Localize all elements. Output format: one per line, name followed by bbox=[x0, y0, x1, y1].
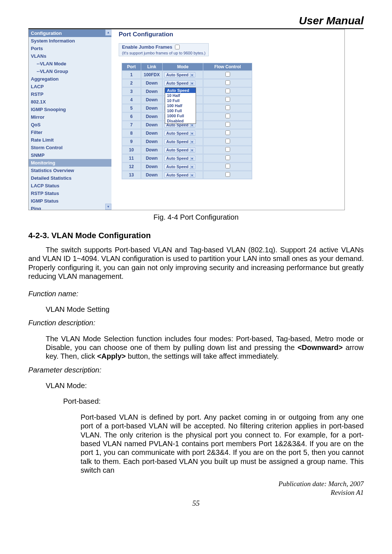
sidebar-item-vlan-group[interactable]: --VLAN Group bbox=[29, 68, 111, 75]
sidebar-item-lacp-status[interactable]: LACP Status bbox=[29, 182, 111, 190]
dropdown-option[interactable]: 10 Full bbox=[165, 98, 196, 103]
function-description-para: The VLAN Mode Selection function include… bbox=[46, 334, 364, 361]
sidebar-item-aggregation[interactable]: Aggregation bbox=[29, 75, 111, 83]
mode-dropdown[interactable]: Auto Speed▾ bbox=[164, 164, 195, 169]
figure-caption: Fig. 4-4 Port Configuration bbox=[28, 213, 364, 221]
cell-flow-control bbox=[203, 71, 252, 79]
flow-control-checkbox[interactable] bbox=[225, 105, 230, 110]
flow-control-checkbox[interactable] bbox=[225, 139, 230, 143]
mode-dropdown[interactable]: Auto Speed▾ bbox=[164, 147, 195, 152]
sidebar-item-qos[interactable]: QoS bbox=[29, 121, 111, 129]
dropdown-option[interactable]: Disabled bbox=[165, 118, 196, 123]
sidebar-item-mirror[interactable]: Mirror bbox=[29, 113, 111, 121]
sidebar-config-header[interactable]: Configuration bbox=[29, 29, 111, 37]
flow-control-checkbox[interactable] bbox=[225, 97, 230, 102]
cell-port: 3 bbox=[122, 87, 141, 95]
function-name-value: VLAN Mode Setting bbox=[46, 305, 364, 314]
function-name-label: Function name: bbox=[28, 290, 364, 298]
sidebar-item-filter[interactable]: Filter bbox=[29, 129, 111, 136]
cell-link: Down bbox=[141, 113, 162, 121]
dropdown-option[interactable]: 1000 Full bbox=[165, 113, 196, 118]
page-number: 55 bbox=[28, 499, 364, 508]
table-row: 1100FDXAuto Speed▾ bbox=[122, 71, 252, 79]
cell-flow-control bbox=[203, 129, 252, 137]
chevron-down-icon[interactable]: ▾ bbox=[190, 73, 194, 77]
chevron-down-icon[interactable]: ▾ bbox=[190, 148, 194, 152]
sidebar-monitoring-header[interactable]: Monitoring bbox=[29, 159, 111, 167]
main-title: Port Configuration bbox=[119, 31, 344, 38]
flow-control-checkbox[interactable] bbox=[225, 114, 230, 118]
sidebar-item-vlan-mode[interactable]: --VLAN Mode bbox=[29, 60, 111, 68]
dropdown-option[interactable]: Auto Speed bbox=[165, 88, 196, 93]
sidebar-item-detailed-stats[interactable]: Detailed Statistics bbox=[29, 174, 111, 182]
sidebar-item-vlans[interactable]: VLANs bbox=[29, 52, 111, 60]
flow-control-checkbox[interactable] bbox=[225, 147, 230, 152]
cell-mode: Auto Speed▾ bbox=[163, 71, 203, 79]
parameter-description-label: Parameter description: bbox=[28, 366, 364, 374]
jumbo-checkbox[interactable] bbox=[175, 45, 180, 49]
sidebar-item-igmp-snooping[interactable]: IGMP Snooping bbox=[29, 106, 111, 113]
chevron-down-icon[interactable]: ▾ bbox=[190, 157, 194, 160]
sidebar-item-rstp[interactable]: RSTP bbox=[29, 90, 111, 98]
th-port: Port bbox=[122, 63, 141, 70]
mode-dropdown[interactable]: Auto Speed▾ bbox=[164, 131, 195, 136]
sidebar-item-lacp[interactable]: LACP bbox=[29, 83, 111, 90]
chevron-down-icon[interactable]: ▾ bbox=[190, 82, 194, 85]
sidebar-item-ping[interactable]: Ping bbox=[29, 205, 111, 210]
port-based-paragraph: Port-based VLAN is defined by port. Any … bbox=[81, 413, 364, 475]
cell-link: Down bbox=[141, 121, 162, 129]
cell-flow-control bbox=[203, 171, 252, 179]
mode-dropdown-list[interactable]: Auto Speed10 Half10 Full100 Half100 Full… bbox=[165, 87, 196, 124]
sidebar-item-stats-overview[interactable]: Statistics Overview bbox=[29, 167, 111, 174]
mode-dropdown[interactable]: Auto Speed▾ bbox=[164, 172, 195, 178]
dropdown-option[interactable]: 100 Half bbox=[165, 103, 196, 108]
dropdown-option[interactable]: 10 Half bbox=[165, 93, 196, 98]
cell-port: 4 bbox=[122, 96, 141, 104]
sidebar-item-rstp-status[interactable]: RSTP Status bbox=[29, 190, 111, 197]
mode-dropdown[interactable]: Auto Speed▾ bbox=[164, 72, 195, 77]
cell-flow-control bbox=[203, 154, 252, 162]
cell-link: 100FDX bbox=[141, 71, 162, 79]
mode-dropdown[interactable]: Auto Speed▾Auto Speed10 Half10 Full100 H… bbox=[164, 81, 195, 86]
scroll-down-icon[interactable]: ▾ bbox=[105, 204, 111, 210]
mode-dropdown[interactable]: Auto Speed▾ bbox=[164, 156, 195, 161]
flow-control-checkbox[interactable] bbox=[225, 122, 230, 127]
sidebar-item-8021x[interactable]: 802.1X bbox=[29, 98, 111, 106]
cell-flow-control bbox=[203, 138, 252, 146]
chevron-down-icon[interactable]: ▾ bbox=[190, 140, 194, 144]
chevron-down-icon[interactable]: ▾ bbox=[190, 123, 194, 127]
sidebar-item-ports[interactable]: Ports bbox=[29, 45, 111, 52]
table-row: 10DownAuto Speed▾ bbox=[122, 146, 252, 154]
cell-link: Down bbox=[141, 171, 162, 179]
mode-dropdown[interactable]: Auto Speed▾ bbox=[164, 139, 195, 144]
sidebar-item-igmp-status[interactable]: IGMP Status bbox=[29, 197, 111, 205]
sidebar-item-snmp[interactable]: SNMP bbox=[29, 151, 111, 159]
dropdown-option[interactable]: 100 Full bbox=[165, 108, 196, 113]
cell-mode: Auto Speed▾ bbox=[163, 154, 203, 162]
scroll-up-icon[interactable]: ▴ bbox=[105, 29, 111, 36]
flow-control-checkbox[interactable] bbox=[225, 172, 230, 177]
sidebar-item-storm-control[interactable]: Storm Control bbox=[29, 144, 111, 151]
flow-control-checkbox[interactable] bbox=[225, 130, 230, 135]
sidebar-item-sysinfo[interactable]: System Information bbox=[29, 37, 111, 45]
cell-port: 8 bbox=[122, 129, 141, 137]
chevron-down-icon[interactable]: ▾ bbox=[190, 132, 194, 135]
jumbo-sublabel: (It's support jumbo frames of up to 9600… bbox=[122, 51, 205, 55]
flow-control-checkbox[interactable] bbox=[225, 164, 230, 168]
flow-control-checkbox[interactable] bbox=[225, 155, 230, 160]
chevron-down-icon[interactable]: ▾ bbox=[190, 165, 194, 169]
flow-control-checkbox[interactable] bbox=[225, 89, 230, 93]
jumbo-label: Enable Jumbo Frames bbox=[122, 44, 172, 50]
flow-control-checkbox[interactable] bbox=[225, 80, 230, 85]
sidebar-item-rate-limit[interactable]: Rate Limit bbox=[29, 136, 111, 144]
chevron-down-icon[interactable]: ▾ bbox=[190, 174, 194, 177]
screenshot-panel: ▴ Configuration System Information Ports… bbox=[28, 29, 345, 210]
cell-port: 5 bbox=[122, 104, 141, 112]
cell-port: 6 bbox=[122, 113, 141, 121]
main-panel: Port Configuration Enable Jumbo Frames (… bbox=[112, 29, 344, 210]
header-title: User Manual bbox=[28, 15, 364, 27]
table-row: 8DownAuto Speed▾ bbox=[122, 129, 252, 137]
flow-control-checkbox[interactable] bbox=[225, 72, 230, 77]
cell-port: 2 bbox=[122, 79, 141, 87]
cell-port: 10 bbox=[122, 146, 141, 154]
